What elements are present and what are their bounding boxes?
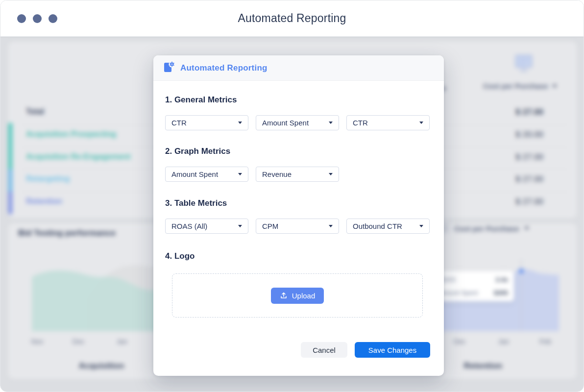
x-tick: Nov: [31, 338, 44, 345]
select-value: Outbound CTR: [353, 222, 402, 230]
modal-body: 1. General Metrics CTR Amount Spent CTR: [153, 95, 444, 358]
section-heading-table-metrics: 3. Table Metrics: [165, 198, 430, 209]
table-row-value: $ 20.00: [515, 130, 543, 140]
select-graph-metric-2[interactable]: Revenue: [256, 167, 339, 182]
select-graph-metric-1[interactable]: Amount Spent: [165, 167, 248, 182]
select-value: ROAS (All): [171, 222, 207, 230]
window-titlebar: Automated Reporting: [0, 0, 584, 37]
graph-metrics-row: Amount Spent Revenue: [165, 167, 430, 182]
select-value: CTR: [171, 119, 187, 127]
column-header-cost-per-purchase: Cost per Purchase: [483, 82, 557, 90]
tooltip-row: Amount Spent $305: [438, 289, 508, 296]
tooltip-value: 2.4x: [496, 276, 508, 283]
tooltip-value: $305: [494, 289, 508, 296]
general-metrics-row: CTR Amount Spent CTR: [165, 115, 430, 130]
chevron-down-icon: [238, 122, 242, 124]
window-dot-2[interactable]: [33, 14, 42, 23]
select-value: Amount Spent: [171, 170, 218, 178]
retention-caption: Retention: [464, 361, 502, 371]
x-tick: Feb: [539, 338, 551, 345]
monitor-icon: [514, 54, 534, 78]
logo-upload-dropzone[interactable]: Upload: [172, 273, 423, 318]
chevron-down-icon: [329, 122, 333, 124]
cancel-button[interactable]: Cancel: [301, 342, 347, 358]
chevron-down-icon: [238, 225, 242, 227]
retargeting-color-strip: [8, 169, 12, 192]
select-general-metric-3[interactable]: CTR: [346, 115, 430, 130]
column-header-label: Cost per Purchase: [483, 82, 548, 90]
save-changes-button[interactable]: Save Changes: [355, 342, 430, 358]
modal-header: Automated Reporting: [153, 55, 444, 81]
acquisition-color-strip: [8, 123, 12, 169]
x-tick: Jan: [498, 338, 510, 345]
chevron-down-icon: [238, 173, 242, 175]
select-table-metric-2[interactable]: CPM: [256, 219, 339, 234]
chevron-down-icon: [329, 225, 333, 227]
bid-testing-title: Bid Testing performance: [18, 228, 116, 238]
select-value: Revenue: [262, 170, 292, 178]
table-row-value: $ 27.00: [515, 152, 543, 162]
table-row-label: Total: [26, 107, 44, 116]
x-tick: Dec: [454, 338, 466, 345]
table-row-value: $ 27.00: [515, 107, 543, 117]
modal-footer: Cancel Save Changes: [165, 342, 430, 358]
chart-tooltip: ROAS 2.4x Amount Spent $305: [432, 271, 514, 301]
select-table-metric-1[interactable]: ROAS (All): [165, 219, 248, 234]
chart-selector-label: Cost per Purchase: [454, 224, 519, 233]
select-general-metric-1[interactable]: CTR: [165, 115, 248, 130]
x-tick: Dec: [73, 338, 85, 345]
select-value: CPM: [262, 222, 278, 230]
chevron-down-icon: [552, 85, 557, 88]
content-area: Cost per Purchase Total $ 27.00 Acquisit…: [0, 37, 584, 392]
select-general-metric-2[interactable]: Amount Spent: [256, 115, 339, 130]
window-dot-3[interactable]: [49, 14, 57, 23]
chevron-down-icon: [329, 173, 333, 175]
app-window: Automated Reporting Cost per Purchase To…: [0, 0, 584, 392]
table-row-label: Acquisition Re-Engagement: [26, 152, 130, 161]
select-value: CTR: [353, 119, 368, 127]
retention-chart-header: Cost per Purchase: [440, 224, 529, 233]
section-heading-graph-metrics: 2. Graph Metrics: [165, 147, 430, 157]
table-row-value: $ 27.00: [515, 197, 543, 207]
acquisition-area-chart: [28, 255, 160, 334]
upload-button[interactable]: Upload: [271, 288, 324, 304]
chevron-down-icon: [419, 225, 423, 227]
automated-reporting-modal: Automated Reporting 1. General Metrics C…: [153, 55, 444, 376]
section-heading-general-metrics: 1. General Metrics: [165, 95, 430, 106]
upload-icon: [280, 292, 288, 299]
table-metrics-row: ROAS (All) CPM Outbound CTR: [165, 219, 430, 234]
table-row-label: Acquisition Prospecting: [26, 130, 116, 139]
window-title: Automated Reporting: [238, 12, 346, 25]
retention-color-strip: [8, 192, 12, 214]
upload-button-label: Upload: [292, 292, 316, 300]
report-settings-icon: [163, 61, 175, 75]
select-value: Amount Spent: [262, 119, 309, 127]
x-tick: Jan: [117, 338, 128, 345]
tooltip-row: ROAS 2.4x: [438, 276, 508, 283]
section-heading-logo: 4. Logo: [165, 251, 430, 262]
table-row-label: Retargeting: [26, 174, 70, 183]
table-row-label: Retention: [26, 197, 62, 206]
chevron-down-icon: [524, 227, 529, 230]
window-dot-1[interactable]: [17, 14, 26, 23]
window-controls: [17, 14, 57, 23]
acquisition-caption: Acquisition: [79, 361, 124, 371]
table-row-value: $ 27.00: [515, 174, 543, 184]
chevron-down-icon: [419, 122, 423, 124]
select-table-metric-3[interactable]: Outbound CTR: [346, 219, 430, 234]
modal-title: Automated Reporting: [180, 63, 268, 73]
